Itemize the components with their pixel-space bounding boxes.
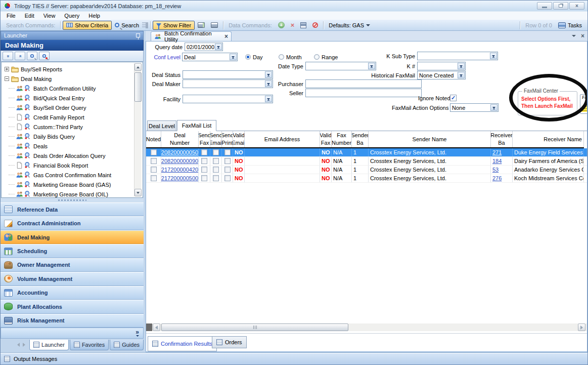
launch-faxmail-button[interactable]: FaxM: [580, 94, 587, 114]
sidebar-section[interactable]: Reference Data: [1, 202, 144, 216]
deal-number-link[interactable]: 02172000005000: [161, 175, 199, 181]
column-header[interactable]: SendFax: [199, 131, 210, 147]
deal-number-link[interactable]: 02082000000900: [161, 158, 199, 164]
send-fax-checkbox[interactable]: [201, 175, 207, 181]
column-header[interactable]: FaxNumber: [332, 131, 352, 147]
send-email-checkbox[interactable]: [213, 158, 219, 164]
table-row[interactable]: 02082000000900 NO NO N/A 1 Crosstex Ener…: [146, 157, 587, 166]
column-header[interactable]: SendPrint: [222, 131, 233, 147]
tree-item[interactable]: Financial Book Report: [2, 160, 143, 170]
menu-item[interactable]: View: [39, 12, 60, 19]
sidebar-section[interactable]: Owner Management: [1, 258, 144, 272]
column-header[interactable]: Receiver Name: [513, 131, 584, 147]
column-header[interactable]: Noted: [146, 131, 161, 147]
show-criteria-button[interactable]: Show Criteria: [63, 21, 112, 30]
more-options-icon[interactable]: [135, 330, 139, 337]
result-tab[interactable]: Orders: [212, 336, 247, 348]
delete-row-button[interactable]: [288, 21, 298, 30]
chevron-down-icon[interactable]: [490, 104, 497, 111]
k-sub-type-combo[interactable]: [417, 52, 498, 60]
k-number-combo[interactable]: [417, 62, 466, 70]
tree-item[interactable]: Bid/Quick Deal Entry: [2, 93, 143, 103]
add-row-button[interactable]: [275, 21, 288, 30]
sidebar-tab[interactable]: Guides: [110, 340, 144, 350]
deal-status-combo[interactable]: [183, 70, 273, 79]
print-button[interactable]: [195, 21, 208, 30]
receiver-ba-link[interactable]: 53: [492, 167, 499, 173]
conf-level-label[interactable]: Conf Level: [149, 54, 180, 60]
chevron-down-icon[interactable]: [265, 80, 272, 87]
pin-icon[interactable]: [136, 33, 140, 37]
ignore-noted-checkbox[interactable]: [450, 95, 457, 101]
send-print-checkbox[interactable]: [224, 167, 231, 173]
chevron-down-icon[interactable]: [265, 96, 272, 102]
tree-item[interactable]: Marketing Grease Board (GAS): [2, 180, 143, 189]
sidebar-section[interactable]: Accounting: [1, 286, 144, 300]
noted-checkbox[interactable]: [151, 175, 157, 181]
sidebar-section[interactable]: Scheduling: [1, 244, 144, 258]
send-email-checkbox[interactable]: [213, 175, 219, 181]
horizontal-scrollbar[interactable]: [146, 323, 587, 331]
sidebar-splitter[interactable]: [1, 198, 144, 202]
chevron-down-icon[interactable]: [265, 71, 272, 78]
noted-checkbox[interactable]: [151, 149, 157, 155]
day-radio[interactable]: [245, 54, 251, 60]
table-row[interactable]: 02172000004200 NO NO N/A 1 Crosstex Ener…: [146, 166, 587, 174]
tree-item[interactable]: Deals Order Allocation Query: [2, 151, 143, 160]
scrollbar-thumb[interactable]: [134, 72, 142, 102]
sidebar-section[interactable]: Deal Making: [1, 230, 144, 244]
send-fax-checkbox[interactable]: [201, 158, 207, 164]
deal-number-link[interactable]: 02082000000500: [161, 149, 199, 155]
sidebar-tab[interactable]: Favorites: [70, 340, 109, 350]
tree-item[interactable]: Daily Bids Query: [2, 132, 143, 141]
close-tab-icon[interactable]: [224, 33, 228, 40]
defaults-dropdown[interactable]: Defaults: GAS: [326, 21, 373, 30]
send-print-checkbox[interactable]: [224, 158, 231, 164]
tree-item[interactable]: Buy/Sell Reports: [2, 64, 143, 74]
sidebar-section[interactable]: Volume Management: [1, 272, 144, 286]
scroll-left-icon[interactable]: [153, 323, 160, 331]
date-type-combo[interactable]: [305, 62, 376, 70]
result-tab[interactable]: Confirmation Results: [148, 336, 217, 351]
faxmail-action-combo[interactable]: None: [450, 103, 499, 112]
send-print-checkbox[interactable]: [224, 149, 231, 155]
column-header[interactable]: ValidFax: [320, 131, 332, 147]
send-email-checkbox[interactable]: [213, 149, 219, 155]
scroll-right-icon[interactable]: [578, 323, 585, 331]
tree-item[interactable]: Buy/Sell Order Query: [2, 103, 143, 112]
minimize-button[interactable]: [537, 2, 552, 10]
search-button[interactable]: Search: [112, 21, 142, 30]
scroll-down-icon[interactable]: [134, 189, 142, 196]
sidebar-section[interactable]: Plant Allocations: [1, 300, 144, 313]
deal-number-link[interactable]: 02172000004200: [161, 167, 199, 173]
receiver-ba-link[interactable]: 184: [492, 158, 502, 164]
close-document-icon[interactable]: [581, 33, 584, 38]
tab-list-dropdown-icon[interactable]: [572, 35, 576, 37]
collapse-all-button[interactable]: [15, 52, 25, 60]
find-button[interactable]: [27, 52, 37, 60]
column-header[interactable]: SendEmail: [210, 131, 222, 147]
chevron-down-icon[interactable]: [458, 72, 465, 78]
chevron-down-icon[interactable]: [215, 44, 222, 50]
noted-checkbox[interactable]: [151, 158, 157, 164]
facility-combo[interactable]: [183, 95, 273, 103]
scroll-up-icon[interactable]: [134, 63, 142, 71]
tree-item[interactable]: Gas Control Confirmation Maint: [2, 170, 143, 180]
document-tab[interactable]: Batch Confirmation Utility: [151, 31, 232, 41]
conf-level-combo[interactable]: Deal: [182, 53, 238, 61]
chevron-down-icon[interactable]: [458, 63, 465, 69]
send-email-checkbox[interactable]: [213, 167, 219, 173]
column-header[interactable]: ValidEmail: [233, 131, 245, 147]
restore-button[interactable]: [553, 2, 568, 10]
cancel-changes-button[interactable]: [309, 21, 321, 30]
column-header[interactable]: ReceiverBa: [491, 131, 513, 147]
send-print-checkbox[interactable]: [224, 175, 231, 181]
view-tab[interactable]: FaxMail List: [177, 120, 216, 131]
tree-scrollbar[interactable]: [134, 63, 142, 196]
view-tab[interactable]: Deal Level: [147, 120, 176, 131]
seller-input[interactable]: [305, 89, 422, 97]
table-row[interactable]: 02082000000500 NO NO N/A 1 Crosstex Ener…: [146, 148, 587, 157]
tree-item[interactable]: Credit Family Report: [2, 112, 143, 122]
sidebar-section[interactable]: Contract Administration: [1, 216, 144, 230]
menu-item[interactable]: Edit: [21, 12, 38, 19]
